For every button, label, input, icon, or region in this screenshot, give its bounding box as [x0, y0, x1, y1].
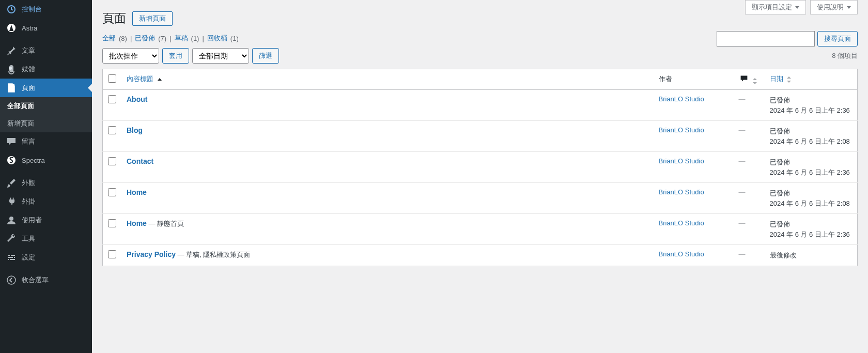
media-icon	[6, 64, 17, 74]
wrench-icon	[6, 234, 17, 244]
comment-count: —	[739, 188, 746, 196]
comment-count: —	[739, 250, 746, 258]
apply-button[interactable]: 套用	[162, 48, 189, 64]
row-checkbox[interactable]	[108, 250, 116, 258]
sidebar-item-plugins[interactable]: 外掛	[0, 192, 92, 211]
author-link[interactable]: BrianLO Studio	[659, 157, 704, 165]
sidebar-label: 控制台	[22, 5, 42, 14]
sidebar-item-dashboard[interactable]: 控制台	[0, 0, 92, 19]
sidebar-item-posts[interactable]: 文章	[0, 41, 92, 60]
sidebar-item-spectra[interactable]: Spectra	[0, 151, 92, 170]
row-checkbox[interactable]	[108, 188, 116, 196]
row-status: 已發佈	[770, 95, 853, 105]
sort-date[interactable]: 日期	[770, 75, 792, 83]
comment-count: —	[739, 219, 746, 227]
sidebar-label: 頁面	[22, 83, 35, 93]
row-date: 2024 年 6 月 6 日上午 2:36	[770, 105, 853, 116]
title-state: — 草稿, 隱私權政策頁面	[176, 251, 250, 258]
page-title: 頁面	[102, 10, 126, 26]
comment-count: —	[739, 157, 746, 165]
filter-published[interactable]: 已發佈	[135, 34, 155, 43]
page-title-link[interactable]: Contact	[127, 157, 153, 165]
table-row: AboutBrianLO Studio—已發佈2024 年 6 月 6 日上午 …	[103, 90, 858, 121]
row-checkbox[interactable]	[108, 95, 116, 103]
submenu-all-pages[interactable]: 全部頁面	[0, 97, 92, 115]
date-filter-select[interactable]: 全部日期	[192, 48, 249, 64]
title-state: — 靜態首頁	[147, 220, 184, 227]
page-title-link[interactable]: Home	[127, 219, 147, 227]
search-input[interactable]	[717, 31, 815, 47]
page-title-link[interactable]: About	[127, 95, 147, 103]
table-row: Home — 靜態首頁BrianLO Studio—已發佈2024 年 6 月 …	[103, 214, 858, 245]
svg-point-4	[9, 217, 13, 221]
sidebar-label: 媒體	[22, 65, 35, 74]
sidebar-item-tools[interactable]: 工具	[0, 229, 92, 248]
filter-trash[interactable]: 回收桶	[207, 34, 227, 43]
comment-icon	[6, 136, 17, 147]
svg-point-5	[7, 276, 16, 284]
sidebar-label: 工具	[22, 234, 35, 243]
sort-icon	[787, 76, 791, 83]
sidebar-label: 收合選單	[22, 275, 49, 285]
table-row: ContactBrianLO Studio—已發佈2024 年 6 月 6 日上…	[103, 152, 858, 183]
bulk-action-select[interactable]: 批次操作	[102, 48, 159, 64]
author-link[interactable]: BrianLO Studio	[659, 188, 704, 196]
pin-icon	[6, 45, 17, 56]
author-link[interactable]: BrianLO Studio	[659, 250, 704, 258]
brush-icon	[6, 178, 17, 188]
sidebar-item-media[interactable]: 媒體	[0, 60, 92, 79]
sidebar-label: 文章	[22, 46, 35, 55]
sidebar-label: Spectra	[22, 157, 45, 164]
sidebar-item-appearance[interactable]: 外觀	[0, 174, 92, 192]
sidebar-submenu: 全部頁面 新增頁面	[0, 97, 92, 132]
row-status: 最後修改	[770, 250, 853, 260]
author-link[interactable]: BrianLO Studio	[659, 219, 704, 227]
filter-all[interactable]: 全部	[102, 34, 116, 43]
page-title-link[interactable]: Blog	[127, 126, 143, 134]
sidebar-item-users[interactable]: 使用者	[0, 211, 92, 229]
admin-sidebar: 控制台 Astra 文章 媒體 頁面 全部頁面 新增頁面 留言 Spe	[0, 0, 92, 353]
page-title-link[interactable]: Privacy Policy	[127, 250, 176, 258]
submenu-new-page[interactable]: 新增頁面	[0, 115, 92, 132]
filter-draft[interactable]: 草稿	[175, 34, 188, 43]
sidebar-label: 留言	[22, 137, 35, 146]
row-checkbox[interactable]	[108, 157, 116, 165]
table-row: BlogBrianLO Studio—已發佈2024 年 6 月 6 日上午 2…	[103, 121, 858, 152]
sort-icon	[753, 78, 757, 84]
row-status: 已發佈	[770, 157, 853, 167]
row-status: 已發佈	[770, 126, 853, 136]
help-button[interactable]: 使用說明	[810, 0, 858, 14]
main-content: 顯示項目設定 使用說明 頁面 新增頁面 搜尋頁面 全部 (8) | 已發佈 (7…	[92, 0, 868, 353]
search-button[interactable]: 搜尋頁面	[817, 31, 858, 47]
add-new-button[interactable]: 新增頁面	[132, 11, 173, 26]
row-date: 2024 年 6 月 6 日上午 2:36	[770, 167, 853, 178]
sidebar-label: Astra	[22, 24, 37, 32]
select-all-checkbox[interactable]	[108, 74, 116, 83]
row-date: 2024 年 6 月 6 日上午 2:08	[770, 198, 853, 209]
sort-asc-icon	[158, 78, 162, 81]
chevron-down-icon	[795, 6, 799, 9]
row-checkbox[interactable]	[108, 126, 116, 134]
table-row: Privacy Policy — 草稿, 隱私權政策頁面BrianLO Stud…	[103, 245, 858, 266]
collapse-icon	[6, 275, 17, 285]
sidebar-item-settings[interactable]: 設定	[0, 248, 92, 267]
col-author-header: 作者	[659, 75, 672, 83]
author-link[interactable]: BrianLO Studio	[659, 126, 704, 134]
screen-options-button[interactable]: 顯示項目設定	[745, 0, 806, 14]
sidebar-item-pages[interactable]: 頁面	[0, 79, 92, 97]
sidebar-label: 外觀	[22, 178, 35, 188]
page-title-link[interactable]: Home	[127, 188, 147, 196]
filter-button[interactable]: 篩選	[252, 48, 279, 64]
author-link[interactable]: BrianLO Studio	[659, 95, 704, 103]
row-checkbox[interactable]	[108, 219, 116, 227]
row-date: 2024 年 6 月 6 日上午 2:36	[770, 229, 853, 240]
sidebar-item-collapse[interactable]: 收合選單	[0, 271, 92, 289]
item-count: 8 個項目	[832, 51, 858, 60]
sidebar-label: 外掛	[22, 197, 35, 206]
sidebar-item-comments[interactable]: 留言	[0, 132, 92, 151]
user-icon	[6, 215, 17, 225]
sidebar-item-astra[interactable]: Astra	[0, 19, 92, 37]
sort-title[interactable]: 內容標題	[127, 75, 162, 83]
page-icon	[6, 83, 17, 93]
row-date: 2024 年 6 月 6 日上午 2:08	[770, 136, 853, 147]
